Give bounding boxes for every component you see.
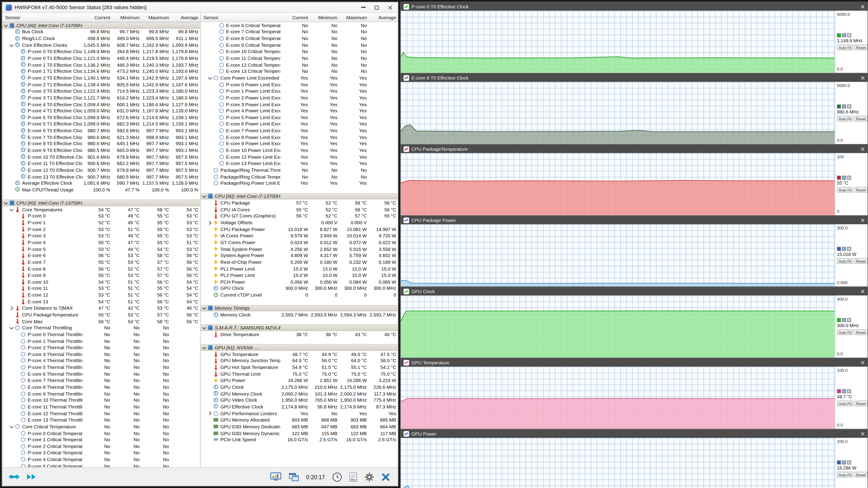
sensor-row[interactable]: E-core 12 Critical TemperatureNoNoNo	[200, 62, 398, 68]
auto-fit-button[interactable]: Auto Fit	[837, 329, 853, 335]
sensor-row[interactable]: GPU Memory Junction Temperature64.0 °C56…	[200, 357, 398, 364]
sensor-row[interactable]: E-core 6 Critical TemperatureNoNoNo	[200, 22, 398, 29]
collapse-chevron-icon[interactable]	[207, 75, 212, 80]
alt-color-swatch[interactable]	[842, 175, 846, 180]
sensor-row[interactable]: P-core 1 Power Limit ExceededYesYesYes	[200, 88, 398, 94]
collapse-chevron-icon[interactable]	[3, 200, 8, 205]
graph-titlebar[interactable]: CPU PackageTemperature	[401, 145, 868, 153]
graph-titlebar[interactable]: GPU Clock	[401, 287, 868, 295]
sensor-row[interactable]: Core Effective Clocks1,045.5 MHz608.7 MH…	[2, 42, 200, 48]
sensor-row[interactable]: GT Cores Power0.024 W0.012 W0.072 W0.022…	[200, 239, 398, 246]
sensor-row[interactable]: E-core 11 T0 Effective Clock900.6 MHz682…	[2, 160, 200, 167]
sensor-row[interactable]: P-core 5 Critical TemperatureNoNoNo	[2, 463, 200, 467]
sensor-row[interactable]: E-core 1153 °C51 °C55 °C54 °C	[2, 285, 200, 292]
sensor-row[interactable]: P-core 3 Thermal ThrottlingNoNoNo	[2, 351, 200, 357]
sensor-row[interactable]: Voltage Offsets0.000 V0.000 V	[200, 219, 398, 226]
column-header-minimum[interactable]: Minimum	[310, 14, 339, 20]
sensor-row[interactable]: PCH Power0.056 W0.056 W0.084 W0.065 W	[200, 279, 398, 285]
sensor-row[interactable]: Rest-of-Chip Power0.200 W0.180 W0.232 W0…	[200, 259, 398, 265]
auto-fit-button[interactable]: Auto Fit	[837, 44, 853, 50]
column-header-current[interactable]: Current	[83, 14, 112, 20]
sensor-row[interactable]: E-core 12 Thermal ThrottlingNoNoNo	[2, 410, 200, 417]
sensor-row[interactable]: E-core 11 Thermal ThrottlingNoNoNo	[2, 403, 200, 410]
clock-button[interactable]	[332, 472, 342, 482]
sensor-row[interactable]: E-core 6 Power Limit ExceededYesYesYes	[200, 121, 398, 127]
sensor-row[interactable]: GPU Memory Clock2,000.2 MHz101.3 MHz2,00…	[200, 390, 398, 397]
column-header-row[interactable]: SensorCurrentMinimumMaximumAverage	[2, 13, 200, 22]
reset-button[interactable]: Reset	[855, 187, 868, 193]
sensor-row[interactable]: GPU Power16.286 W2.851 W16.286 W3.224 W	[200, 377, 398, 384]
expand-chevron-icon[interactable]	[9, 305, 14, 311]
sensor-row[interactable]: P-core 0 Thermal ThrottlingNoNoNo	[2, 331, 200, 338]
sensor-row[interactable]: E-core 1354 °C51 °C56 °C54 °C	[2, 298, 200, 305]
expand-chevron-icon[interactable]	[207, 220, 212, 225]
sensor-row[interactable]: GPU Video Clock1,950.0 MHz765.0 MHz1,950…	[200, 397, 398, 403]
sensor-row[interactable]: E-core 6 T0 Effective Clock980.7 MHz592.…	[2, 127, 200, 134]
series-color-swatch[interactable]	[837, 33, 841, 37]
sensor-row[interactable]: P-core 2 Power Limit ExceededYesYesYes	[200, 95, 398, 101]
column-header-average[interactable]: Average	[171, 14, 200, 20]
collapse-chevron-icon[interactable]	[202, 305, 207, 311]
sensor-row[interactable]: P-core 3 T1 Effective Clock1,121.7 MHz61…	[2, 95, 200, 101]
graph-titlebar[interactable]: CPU Package Power	[401, 216, 868, 224]
column-header-minimum[interactable]: Minimum	[112, 14, 141, 20]
sensor-row[interactable]: Current cTDP Level0000	[200, 292, 398, 298]
sensor-row[interactable]: GPU Clock2,175.0 MHz210.0 MHz2,175.0 MHz…	[200, 384, 398, 390]
close-icon[interactable]	[860, 360, 865, 365]
close-icon[interactable]	[860, 75, 865, 80]
sensor-row[interactable]: P-core 3 Critical TemperatureNoNoNo	[2, 450, 200, 456]
auto-fit-button[interactable]: Auto Fit	[837, 116, 853, 121]
reset-button[interactable]: Reset	[855, 472, 868, 477]
column-header-row[interactable]: SensorCurrentMinimumMaximumAverage	[200, 13, 398, 22]
collapse-chevron-icon[interactable]	[9, 42, 14, 47]
sensor-row[interactable]: IA Cores Power9.579 W3.949 W10.014 W9.72…	[200, 233, 398, 239]
sensor-row[interactable]: E-core 12 Power Limit ExceededYesYesYes	[200, 154, 398, 160]
layered-windows-button[interactable]	[288, 473, 299, 481]
collapse-chevron-icon[interactable]	[202, 325, 207, 330]
alt-color-swatch[interactable]	[847, 460, 851, 464]
sensor-row[interactable]: GPU Temperature48.7 °C44.9 °C49.0 °C47.5…	[200, 351, 398, 357]
sensor-row[interactable]: E-core 7 Critical TemperatureNoNoNo	[200, 29, 398, 35]
sensor-row[interactable]: P-core 4 Thermal ThrottlingNoNoNo	[2, 357, 200, 364]
sensor-row[interactable]: P-core 2 T0 Effective Clock1,140.1 MHz53…	[2, 74, 200, 81]
close-icon[interactable]	[860, 218, 865, 222]
sensor-row[interactable]: Package/Ring Critical TemperatureNoNoNo	[200, 173, 398, 180]
collapse-chevron-icon[interactable]	[202, 194, 207, 199]
sensor-row[interactable]: GPU Memory Allocated903 MB868 MB903 MB88…	[200, 417, 398, 423]
close-icon[interactable]	[388, 5, 393, 10]
fast-forward-button[interactable]	[26, 473, 37, 481]
collapse-chevron-icon[interactable]	[9, 207, 14, 212]
sensor-row[interactable]: E-core 10 Thermal ThrottlingNoNoNo	[2, 397, 200, 403]
sensor-row[interactable]: P-core 1 T0 Effective Clock1,136.2 MHz48…	[2, 62, 200, 68]
alt-color-swatch[interactable]	[842, 460, 846, 464]
sensor-row[interactable]: P-core 3 Power Limit ExceededYesYesYes	[200, 101, 398, 107]
sensor-row[interactable]: CPU GT Cores (Graphics)56 °C52 °C57 °C55…	[200, 213, 398, 219]
sensor-row[interactable]: Max CPU/Thread Usage100.0 %47.7 %100.0 %…	[2, 187, 200, 193]
sensor-row[interactable]: P-core 2 Thermal ThrottlingNoNoNo	[2, 344, 200, 351]
column-header-sensor[interactable]: Sensor	[200, 14, 280, 20]
sensor-row[interactable]: P-core 5 Thermal ThrottlingNoNoNo	[2, 364, 200, 370]
performance-monitor-button[interactable]	[270, 473, 281, 482]
reset-button[interactable]: Reset	[855, 329, 868, 335]
sensor-row[interactable]: E-core 8 Critical TemperatureNoNoNo	[200, 35, 398, 42]
section-header-row[interactable]: CPU [#0]: Intel Core i7-13700H: Enh...	[200, 193, 398, 200]
sensor-row[interactable]: GPU Thermal Limit75.0 °C75.0 °C75.0 °C75…	[200, 371, 398, 377]
sensor-row[interactable]: P-core 2 Critical TemperatureNoNoNo	[2, 443, 200, 450]
auto-fit-button[interactable]: Auto Fit	[837, 258, 853, 264]
sensor-row[interactable]: Drive Temperature38 °C38 °C43 °C40 °C	[200, 331, 398, 338]
sensor-row[interactable]: Core Power Limit ExceededYesYesYes	[200, 74, 398, 81]
column-header-average[interactable]: Average	[369, 14, 398, 20]
sensor-row[interactable]: GPU Clock300.0 MHz300.0 MHz300.0 MHz300.…	[200, 285, 398, 292]
sensor-row[interactable]: P-core 4 Critical TemperatureNoNoNo	[2, 456, 200, 463]
sensor-row[interactable]: GPU D3D Memory Dedicated683 MB647 MB683 …	[200, 423, 398, 430]
auto-fit-button[interactable]: Auto Fit	[837, 187, 853, 193]
sensor-row[interactable]: Core Thermal ThrottlingNoNoNo	[2, 325, 200, 331]
sensor-row[interactable]: E-core 9 Thermal ThrottlingNoNoNo	[2, 390, 200, 397]
sensor-row[interactable]: E-core 9 T0 Effective Clock980.5 MHz665.…	[2, 147, 200, 154]
settings-button[interactable]	[365, 472, 374, 482]
sensor-row[interactable]: P-core 3 T0 Effective Clock1,122.9 MHz71…	[2, 88, 200, 94]
sensor-row[interactable]: Ring/LLC Clock498.8 MHz399.0 MHz698.5 MH…	[2, 35, 200, 42]
sensor-row[interactable]: P-core 553 °C49 °C54 °C53 °C	[2, 246, 200, 252]
section-header-row[interactable]: S.M.A.R.T.: SAMSUNG MZVL41T0HBL...	[200, 325, 398, 331]
sensor-row[interactable]: P-core 5 T0 Effective Clock1,099.8 MHz67…	[2, 114, 200, 121]
